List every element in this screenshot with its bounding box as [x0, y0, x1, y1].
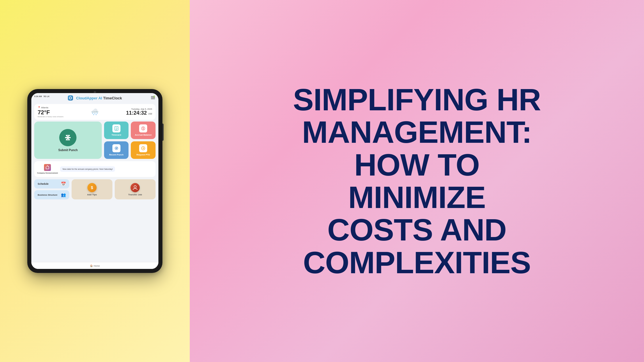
- accrual-balance-label: Accrual Balance: [135, 134, 152, 136]
- add-tips-label: Add Tips: [87, 193, 97, 196]
- hamburger-line-3: [151, 99, 155, 99]
- tablet-outer-shell: 9:34 AM 5G LK CloudApper AI TimeClock: [27, 89, 162, 273]
- svg-marker-2: [66, 138, 70, 140]
- punch-arrows-icon: [64, 134, 72, 142]
- add-tips-icon: $: [87, 183, 97, 192]
- tab-bar: 🏠 Home: [31, 262, 158, 269]
- accrual-icon: $: [141, 126, 145, 131]
- transfer-job-label: Transfer Job: [128, 193, 142, 196]
- tablet-device: 9:34 AM 5G LK CloudApper AI TimeClock: [27, 89, 162, 273]
- pto-icon-box: ✈: [139, 144, 147, 152]
- weather-location: 📍 Atlanta: [38, 106, 64, 109]
- pto-icon: ✈: [141, 146, 145, 151]
- weather-time: 11:24:32 AM: [126, 110, 152, 116]
- headline-line-1: SIMPLIFYING HR: [293, 83, 541, 116]
- app-name-rest: TimeClock: [102, 96, 122, 100]
- headline-line-3: HOW TO: [293, 149, 541, 181]
- recent-punch-card[interactable]: Recent Punch: [104, 141, 129, 159]
- app-title: CloudApper AI TimeClock: [76, 96, 122, 100]
- small-cards-top-row: Timecard $: [104, 122, 156, 139]
- weather-right: Tuesday, July 6, 2023 11:24:32 AM: [126, 108, 152, 116]
- battery-icon: 🔋: [153, 95, 156, 98]
- svg-text:✈: ✈: [142, 147, 145, 150]
- home-tab[interactable]: 🏠 Home: [90, 265, 100, 267]
- app-header: 9:34 AM 5G LK CloudApper AI TimeClock: [31, 93, 158, 102]
- svg-text:$: $: [91, 185, 93, 190]
- top-grid-row: Submit Punch: [34, 122, 156, 159]
- announcement-message: New date for the annual company picnic: …: [60, 166, 115, 172]
- submit-punch-label: Submit Punch: [58, 149, 78, 152]
- weather-icon-area: 🌨️: [91, 108, 99, 116]
- headline-text: SIMPLIFYING HR MANAGEMENT: HOW TO MINIMI…: [293, 83, 541, 279]
- status-time: 9:34 AM: [34, 95, 42, 97]
- weather-left: 📍 Atlanta 72°F Moderate or heavy snow sh…: [38, 106, 64, 118]
- timecard-label: Timecard: [112, 134, 121, 136]
- announcement-row: Company Announcement New date for the an…: [34, 161, 156, 177]
- headline-line-4: MINIMIZE: [293, 181, 541, 213]
- request-pto-label: Request PTO: [137, 153, 150, 156]
- home-tab-label: Home: [94, 265, 100, 267]
- company-logo-icon: [44, 164, 51, 171]
- svg-marker-14: [47, 165, 49, 167]
- add-tips-card[interactable]: $ Add Tips: [72, 179, 112, 199]
- business-people-icon: 👥: [61, 192, 66, 197]
- home-icon: 🏠: [90, 265, 93, 267]
- weather-cloud-icon: 🌨️: [91, 108, 99, 116]
- schedule-label: Schedule: [38, 182, 49, 185]
- headline-line-6: COMPLEXITIES: [293, 246, 541, 279]
- accrual-icon-box: $: [139, 124, 147, 132]
- status-bar: 9:34 AM 5G LK: [34, 95, 49, 97]
- logo-inner: [69, 97, 72, 99]
- transfer-person-icon: [132, 185, 138, 190]
- schedule-card[interactable]: Schedule 📅: [34, 179, 69, 188]
- announcement-card: Company Announcement New date for the an…: [34, 161, 156, 177]
- company-announcement-header: Company Announcement: [37, 172, 58, 174]
- small-cards-grid: Timecard $: [104, 122, 156, 159]
- small-cards-bottom-row: Recent Punch ✈: [104, 141, 156, 159]
- schedule-calendar-icon: 📅: [61, 182, 66, 186]
- submit-punch-card[interactable]: Submit Punch: [34, 122, 102, 159]
- main-grid: Submit Punch: [31, 122, 158, 262]
- company-logo-svg: [45, 165, 50, 170]
- weather-temperature: 72°F: [38, 109, 64, 115]
- recent-punch-icon: [114, 146, 119, 151]
- bottom-left-cards: Schedule 📅 Business Structure 👥: [34, 179, 69, 199]
- headline-line-5: COSTS AND: [293, 213, 541, 246]
- network-status: 5G LK: [44, 95, 50, 97]
- tablet-screen: 9:34 AM 5G LK CloudApper AI TimeClock: [31, 93, 158, 269]
- request-pto-card[interactable]: ✈ Request PTO: [131, 141, 156, 159]
- timecard-icon: [114, 126, 119, 131]
- weather-description: Moderate or heavy snow showers: [38, 116, 64, 118]
- status-icons: 🔋: [153, 95, 156, 98]
- left-panel: 9:34 AM 5G LK CloudApper AI TimeClock: [0, 0, 190, 362]
- svg-marker-15: [46, 165, 47, 167]
- location-pin-icon: 📍: [38, 106, 41, 109]
- timecard-icon-box: [112, 124, 120, 132]
- accrual-balance-card[interactable]: $ Accrual Balance: [131, 122, 156, 139]
- business-structure-label: Business Structure: [38, 194, 57, 196]
- weather-widget: 📍 Atlanta 72°F Moderate or heavy snow sh…: [34, 104, 156, 120]
- recent-punch-label: Recent Punch: [109, 153, 124, 156]
- transfer-job-icon: [131, 183, 140, 192]
- headline-line-2: MANAGEMENT:: [293, 116, 541, 148]
- app-logo: [68, 95, 73, 101]
- tips-dollar-icon: $: [89, 185, 95, 190]
- svg-marker-1: [66, 135, 70, 137]
- right-panel: SIMPLIFYING HR MANAGEMENT: HOW TO MINIMI…: [190, 0, 644, 362]
- svg-text:$: $: [142, 127, 144, 130]
- svg-point-17: [134, 186, 136, 188]
- weather-ampm: AM: [148, 112, 152, 115]
- bottom-grid: Schedule 📅 Business Structure 👥: [34, 179, 156, 199]
- transfer-job-card[interactable]: Transfer Job: [115, 179, 156, 199]
- business-structure-card[interactable]: Business Structure 👥: [34, 190, 69, 199]
- recent-punch-icon-box: [112, 144, 120, 152]
- timecard-card[interactable]: Timecard: [104, 122, 129, 139]
- app-brand: CloudApper AI: [76, 96, 102, 100]
- punch-circle-icon: [59, 129, 76, 146]
